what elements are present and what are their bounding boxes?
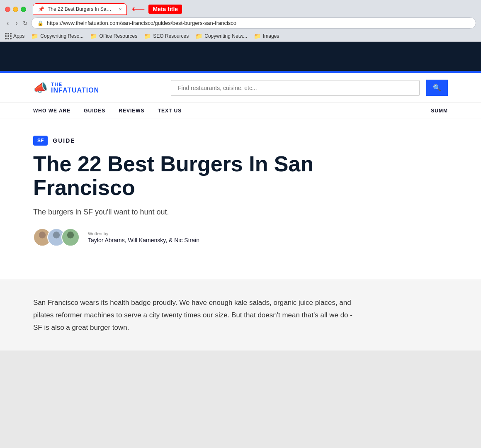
forward-button[interactable]: ›	[14, 19, 19, 28]
svg-point-4	[67, 232, 74, 239]
bookmark-images-label: Images	[263, 33, 279, 39]
bookmark-copywriting-label: Copywriting Reso...	[40, 33, 83, 39]
author-names: Taylor Abrams, Will Kamensky, & Nic Stra…	[88, 237, 199, 243]
back-button[interactable]: ‹	[5, 19, 10, 28]
svg-point-3	[51, 240, 62, 247]
bookmark-copywriting[interactable]: 📁 Copywriting Reso...	[31, 33, 83, 39]
menu-reviews[interactable]: REVIEWS	[119, 108, 144, 114]
bookmark-seo[interactable]: 📁 SEO Resources	[144, 33, 189, 39]
browser-tab[interactable]: 📌 The 22 Best Burgers In San Fr... ×	[33, 3, 127, 15]
svg-point-5	[65, 240, 76, 247]
logo-icon: 📣	[33, 81, 48, 95]
reload-button[interactable]: ↻	[23, 20, 28, 27]
maximize-window-button[interactable]	[21, 7, 26, 12]
svg-point-1	[36, 240, 48, 247]
window-controls	[5, 7, 26, 12]
bookmark-seo-label: SEO Resources	[153, 33, 189, 39]
svg-point-0	[39, 232, 46, 239]
logo-text: THE INFATUATION	[51, 82, 99, 94]
apps-label: Apps	[13, 33, 24, 39]
menu-who-we-are[interactable]: WHO WE ARE	[33, 108, 70, 114]
site-logo[interactable]: 📣 THE INFATUATION	[33, 81, 99, 95]
search-button[interactable]: 🔍	[426, 80, 448, 96]
tab-bar: 📌 The 22 Best Burgers In San Fr... × ⟵ M…	[0, 0, 481, 15]
lock-icon: 🔒	[37, 20, 44, 26]
tab-title: The 22 Best Burgers In San Fr...	[48, 6, 114, 12]
folder-icon: 📁	[195, 33, 202, 39]
menu-text-us[interactable]: TEXT US	[158, 108, 182, 114]
article-title: The 22 Best Burgers In San Francisco	[33, 152, 323, 200]
author-avatars	[33, 228, 75, 246]
annotation-label: Meta title	[148, 5, 182, 14]
author-info: Written by Taylor Abrams, Will Kamensky,…	[88, 231, 199, 243]
minimize-window-button[interactable]	[13, 7, 18, 12]
browser-chrome: 📌 The 22 Best Burgers In San Fr... × ⟵ M…	[0, 0, 481, 42]
written-by-label: Written by	[88, 231, 199, 236]
address-bar-row: ‹ › ↻ 🔒 https://www.theinfatuation.com/s…	[0, 15, 481, 31]
close-window-button[interactable]	[5, 7, 10, 12]
site-nav: 📣 THE INFATUATION 🔍	[0, 73, 481, 103]
folder-icon: 📁	[31, 33, 38, 39]
bookmark-images[interactable]: 📁 Images	[254, 33, 279, 39]
folder-icon: 📁	[254, 33, 261, 39]
logo-line1: THE	[51, 82, 99, 87]
bookmark-apps[interactable]: Apps	[5, 33, 24, 39]
url-text: https://www.theinfatuation.com/san-franc…	[47, 20, 236, 26]
meta-title-annotation: ⟵ Meta title	[132, 4, 182, 15]
article-body: San Francisco wears its health badge pro…	[33, 297, 357, 334]
apps-grid-icon	[5, 33, 12, 39]
search-input[interactable]	[171, 80, 420, 96]
folder-icon: 📁	[90, 33, 97, 39]
guide-badge: SF GUIDE	[33, 136, 448, 146]
address-bar[interactable]: 🔒 https://www.theinfatuation.com/san-fra…	[31, 17, 476, 29]
site-header-banner	[0, 42, 481, 71]
svg-point-2	[53, 232, 60, 239]
bookmark-office-label: Office Resources	[99, 33, 137, 39]
website-content: 📣 THE INFATUATION 🔍 WHO WE ARE GUIDES RE…	[0, 42, 481, 351]
author-avatar-3	[61, 228, 80, 246]
authors-section: Written by Taylor Abrams, Will Kamensky,…	[33, 228, 448, 246]
bookmark-copynetwork-label: Copywriting Netw...	[204, 33, 247, 39]
tab-favicon: 📌	[38, 6, 44, 12]
menu-guides[interactable]: GUIDES	[84, 108, 105, 114]
article-subtitle: The burgers in SF you'll want to hunt ou…	[33, 208, 448, 217]
gray-section: San Francisco wears its health badge pro…	[0, 280, 481, 350]
article-content: SF GUIDE The 22 Best Burgers In San Fran…	[0, 119, 481, 280]
bookmark-office[interactable]: 📁 Office Resources	[90, 33, 137, 39]
bookmark-copynetwork[interactable]: 📁 Copywriting Netw...	[195, 33, 247, 39]
menu-summ: SUMM	[431, 108, 448, 114]
tab-close-button[interactable]: ×	[119, 7, 121, 12]
folder-icon: 📁	[144, 33, 151, 39]
guide-label: GUIDE	[53, 137, 75, 144]
annotation-arrow-icon: ⟵	[132, 4, 145, 15]
logo-line2: INFATUATION	[51, 87, 99, 94]
bookmarks-bar: Apps 📁 Copywriting Reso... 📁 Office Reso…	[0, 31, 481, 41]
site-menu: WHO WE ARE GUIDES REVIEWS TEXT US SUMM	[0, 103, 481, 119]
city-badge: SF	[33, 136, 48, 146]
